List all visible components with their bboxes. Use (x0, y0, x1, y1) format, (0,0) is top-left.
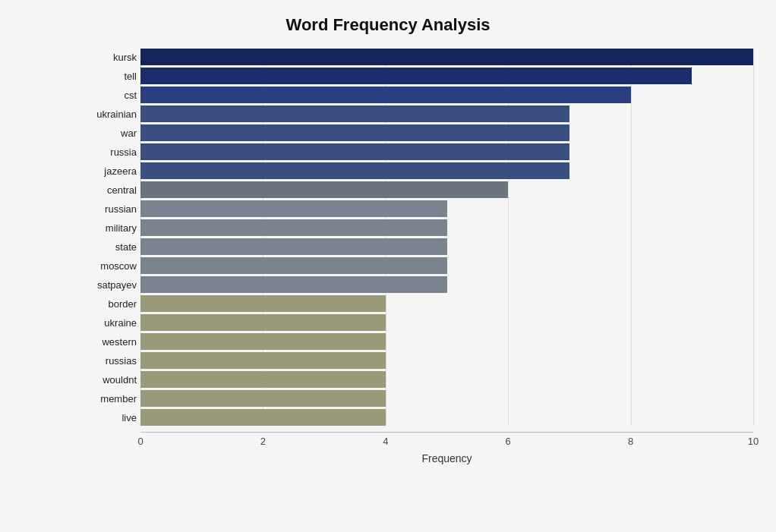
bars-container: kursktellcstukrainianwarrussiajazeeracen… (140, 49, 753, 426)
bar-fill (140, 181, 508, 198)
bar-label: western (72, 336, 137, 348)
x-tick-label: 2 (260, 436, 266, 447)
bar-track (140, 181, 753, 198)
bar-track (140, 352, 753, 369)
bar-track (140, 143, 753, 160)
bar-fill (140, 162, 569, 179)
bar-fill (140, 390, 386, 407)
bar-label: kursk (72, 52, 137, 63)
bar-track (140, 295, 753, 312)
bar-track (140, 390, 753, 407)
bar-track (140, 68, 753, 84)
bar-row: live (140, 409, 753, 426)
bar-label: ukraine (72, 317, 137, 329)
bar-label: russian (72, 203, 137, 215)
bar-row: russia (140, 143, 753, 160)
bar-label: wouldnt (72, 374, 137, 386)
bar-label: central (72, 184, 137, 196)
bar-fill (140, 124, 569, 141)
bar-row: central (140, 181, 753, 198)
bar-label: jazeera (72, 165, 137, 177)
bar-fill (140, 295, 386, 312)
bar-track (140, 124, 753, 141)
bar-label: satpayev (72, 279, 137, 291)
bar-fill (140, 333, 386, 350)
bar-fill (140, 87, 631, 103)
bar-label: border (72, 298, 137, 310)
bar-label: ukrainian (72, 109, 137, 120)
bar-track (140, 238, 753, 255)
bar-row: moscow (140, 257, 753, 274)
bar-track (140, 371, 753, 388)
bar-fill (140, 352, 386, 369)
bar-label: state (72, 241, 137, 253)
bar-track (140, 162, 753, 179)
bar-track (140, 314, 753, 331)
bar-row: ukraine (140, 314, 753, 331)
bar-track (140, 49, 753, 65)
x-tick-label: 8 (628, 436, 633, 447)
bar-row: war (140, 124, 753, 141)
bar-label: live (72, 412, 137, 423)
bar-row: state (140, 238, 753, 255)
chart-container: Word Frequency Analysis kursktellcstukra… (0, 0, 776, 532)
bar-track (140, 409, 753, 426)
bar-track (140, 105, 753, 122)
bar-fill (140, 257, 447, 274)
x-tick-label: 10 (748, 436, 759, 447)
bar-row: wouldnt (140, 371, 753, 388)
bar-row: cst (140, 87, 753, 103)
bar-label: member (72, 393, 137, 405)
bar-row: russian (140, 200, 753, 217)
bar-row: satpayev (140, 276, 753, 293)
bar-label: tell (72, 71, 137, 82)
x-tick-label: 6 (506, 436, 511, 447)
bar-fill (140, 143, 569, 160)
bar-row: border (140, 295, 753, 312)
bar-fill (140, 49, 753, 65)
bar-track (140, 219, 753, 236)
bar-fill (140, 371, 386, 388)
bar-fill (140, 409, 386, 426)
bar-fill (140, 238, 447, 255)
x-tick-label: 4 (383, 436, 388, 447)
bar-track (140, 87, 753, 103)
bar-track (140, 276, 753, 293)
bar-track (140, 333, 753, 350)
bar-label: war (72, 127, 137, 139)
x-axis-ticks: 0246810 (140, 433, 753, 451)
chart-title: Word Frequency Analysis (23, 15, 753, 35)
bar-label: russia (72, 146, 137, 158)
bar-fill (140, 105, 569, 122)
bar-row: jazeera (140, 162, 753, 179)
bar-track (140, 200, 753, 217)
bar-row: ukrainian (140, 105, 753, 122)
bar-row: tell (140, 68, 753, 84)
grid-line (753, 49, 754, 426)
x-axis-label: Frequency (140, 452, 753, 464)
bar-row: russias (140, 352, 753, 369)
bar-label: military (72, 222, 137, 234)
bar-row: military (140, 219, 753, 236)
bar-label: moscow (72, 260, 137, 272)
bar-track (140, 257, 753, 274)
bar-row: kursk (140, 49, 753, 65)
bar-fill (140, 219, 447, 236)
bar-label: cst (72, 90, 137, 101)
bar-fill (140, 276, 447, 293)
bar-fill (140, 68, 692, 84)
x-tick-label: 0 (137, 436, 143, 447)
bar-label: russias (72, 355, 137, 367)
bar-fill (140, 314, 386, 331)
bar-row: western (140, 333, 753, 350)
bar-row: member (140, 390, 753, 407)
bar-fill (140, 200, 447, 217)
